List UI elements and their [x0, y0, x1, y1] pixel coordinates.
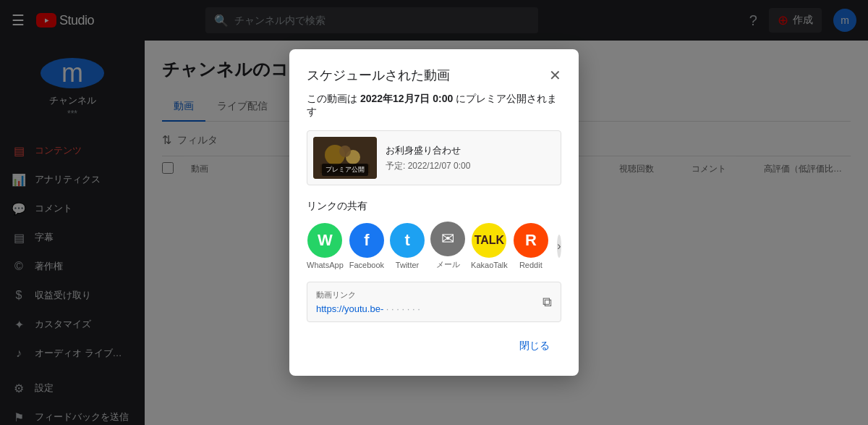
- link-section: 動画リンク https://youtu.be- · · · · · · · ⧉: [307, 282, 561, 322]
- whatsapp-label: WhatsApp: [307, 261, 344, 269]
- video-preview-card: プレミア公開 お利身盛り合わせ 予定: 2022/12/07 0:00: [307, 130, 561, 185]
- share-whatsapp[interactable]: W WhatsApp: [307, 223, 344, 269]
- facebook-icon: f: [364, 231, 369, 250]
- kakaotalk-icon-circle: TALK: [472, 223, 506, 258]
- mail-icon: ✉: [441, 230, 454, 248]
- mail-label: メール: [436, 259, 460, 270]
- modal-header: スケジュールされた動画 ✕: [307, 67, 561, 84]
- modal-close-button[interactable]: ✕: [549, 67, 561, 84]
- video-scheduled-date: 予定: 2022/12/07 0:00: [386, 160, 555, 172]
- share-label: リンクの共有: [307, 200, 561, 213]
- premiere-badge: プレミア公開: [322, 164, 368, 176]
- copy-link-button[interactable]: ⧉: [542, 295, 552, 310]
- mail-icon-circle: ✉: [430, 222, 465, 256]
- kakaotalk-label: KakaoTalk: [471, 261, 508, 269]
- link-url: https://youtu.be- · · · · · · ·: [316, 303, 420, 314]
- share-kakaotalk[interactable]: TALK KakaoTalk: [471, 223, 508, 269]
- facebook-icon-circle: f: [349, 223, 384, 258]
- video-thumbnail: プレミア公開: [313, 137, 377, 179]
- link-obfuscated: · · · · · · ·: [386, 303, 420, 314]
- share-reddit[interactable]: R Reddit: [514, 223, 548, 269]
- share-facebook[interactable]: f Facebook: [349, 223, 384, 269]
- reddit-icon: R: [525, 231, 537, 250]
- modal: スケジュールされた動画 ✕ この動画は 2022年12月7日 0:00 にプレミ…: [289, 49, 579, 376]
- twitter-label: Twitter: [396, 261, 419, 269]
- modal-close-btn[interactable]: 閉じる: [508, 334, 561, 358]
- whatsapp-icon: W: [318, 231, 333, 250]
- reddit-icon-circle: R: [514, 223, 548, 258]
- facebook-label: Facebook: [349, 261, 384, 269]
- reddit-label: Reddit: [519, 261, 542, 269]
- link-info: 動画リンク https://youtu.be- · · · · · · ·: [316, 290, 420, 314]
- modal-description: この動画は 2022年12月7日 0:00 にプレミア公開されます: [307, 93, 561, 119]
- video-title: お利身盛り合わせ: [386, 144, 555, 157]
- share-mail[interactable]: ✉ メール: [430, 222, 465, 270]
- twitter-icon: t: [404, 231, 409, 250]
- video-info: お利身盛り合わせ 予定: 2022/12/07 0:00: [386, 144, 555, 172]
- twitter-icon-circle: t: [390, 223, 425, 258]
- share-more-button[interactable]: ›: [557, 235, 561, 258]
- svg-point-4: [339, 146, 351, 157]
- modal-footer: 閉じる: [307, 334, 561, 358]
- kakaotalk-icon: TALK: [475, 234, 504, 247]
- modal-date: 2022年12月7日 0:00: [360, 93, 453, 104]
- whatsapp-icon-circle: W: [307, 223, 342, 258]
- share-icons: W WhatsApp f Facebook t Twitter ✉: [307, 222, 561, 270]
- modal-title: スケジュールされた動画: [307, 67, 450, 84]
- share-twitter[interactable]: t Twitter: [390, 223, 425, 269]
- modal-overlay[interactable]: スケジュールされた動画 ✕ この動画は 2022年12月7日 0:00 にプレミ…: [0, 0, 868, 425]
- link-label: 動画リンク: [316, 290, 420, 300]
